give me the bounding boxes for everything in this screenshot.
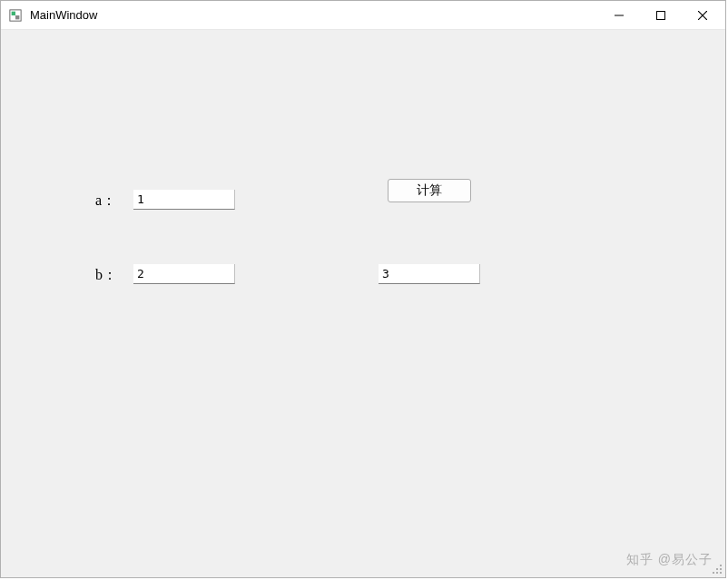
window-controls [598,1,723,29]
svg-rect-1 [12,11,15,15]
maximize-button[interactable] [640,1,682,30]
svg-point-7 [720,565,722,566]
label-b: b： [95,266,117,285]
window-title: MainWindow [30,8,598,22]
input-a[interactable] [133,190,235,210]
calculate-button[interactable]: 计算 [388,179,471,202]
svg-rect-2 [15,15,19,19]
svg-point-10 [713,572,714,574]
svg-point-12 [720,572,722,574]
app-icon [8,8,23,23]
svg-point-9 [720,568,722,570]
svg-point-8 [716,568,718,570]
client-area: a： 计算 b： 知乎 @易公子 [1,30,725,577]
minimize-button[interactable] [598,1,640,30]
titlebar: MainWindow [1,1,725,30]
resize-grip-icon[interactable] [709,561,723,575]
svg-point-11 [716,572,718,574]
result-output[interactable] [379,264,480,284]
label-a: a： [95,192,116,211]
input-b[interactable] [133,264,235,284]
close-button[interactable] [682,1,723,30]
svg-rect-4 [657,12,665,20]
main-window: MainWindow a： 计算 b： [0,0,726,578]
watermark-text: 知乎 @易公子 [626,552,713,568]
